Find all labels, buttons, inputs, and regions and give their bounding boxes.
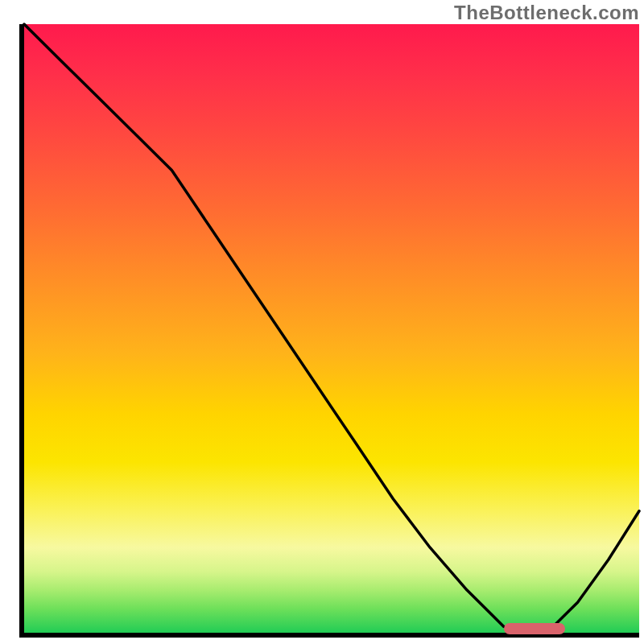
bottleneck-curve bbox=[24, 24, 639, 633]
curve-path bbox=[24, 24, 639, 633]
optimal-range-marker bbox=[504, 623, 565, 634]
plot-axes bbox=[19, 24, 639, 638]
chart-frame: TheBottleneck.com bbox=[0, 0, 644, 644]
watermark-text: TheBottleneck.com bbox=[454, 2, 639, 24]
